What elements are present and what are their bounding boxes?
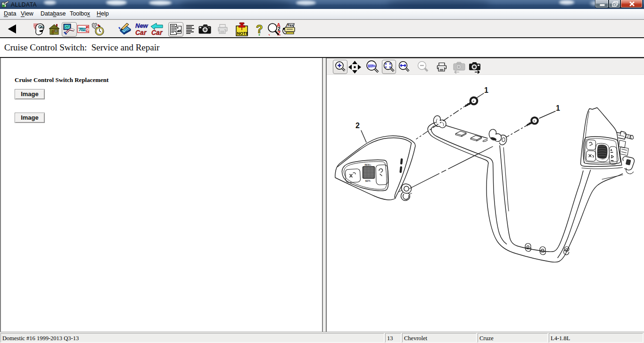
svg-text:0: 0	[86, 27, 90, 33]
svg-text:100%: 100%	[367, 64, 376, 68]
svg-text:New: New	[135, 22, 149, 29]
svg-text:Car: Car	[135, 29, 147, 36]
svg-text:752: 752	[78, 27, 86, 33]
svg-text:1: 1	[484, 86, 488, 94]
svg-text:1: 1	[556, 104, 560, 112]
svg-text:Car: Car	[151, 29, 163, 36]
svg-text:Fax: Fax	[288, 24, 293, 27]
svg-text:2: 2	[355, 122, 360, 130]
svg-text:SET/-: SET/-	[365, 180, 372, 182]
svg-text:?: ?	[256, 23, 263, 35]
svg-text:NOTE: NOTE	[237, 31, 248, 36]
svg-text:RES/+: RES/+	[365, 164, 372, 166]
